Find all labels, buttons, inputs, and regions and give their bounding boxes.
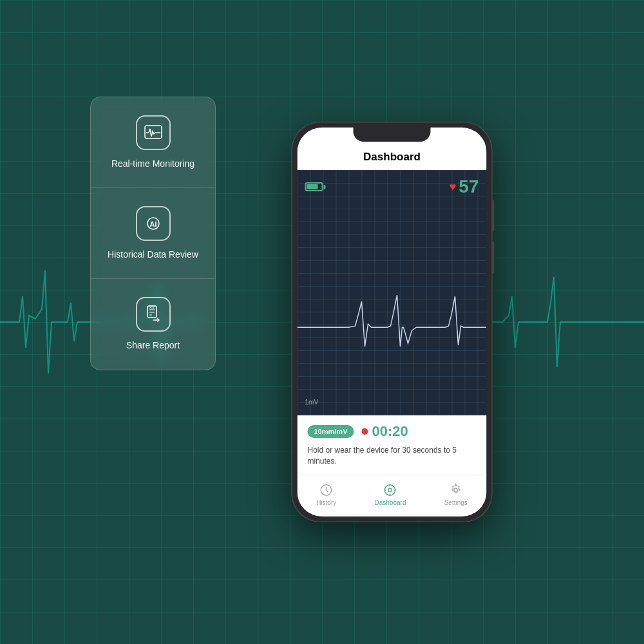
- nav-label-dashboard: Dashboard: [375, 499, 406, 506]
- bottom-navigation: History Dashboard: [298, 475, 487, 516]
- ecg-display-area: ♥ 57 1mV: [298, 170, 487, 415]
- nav-item-history[interactable]: History: [306, 480, 346, 509]
- recording-timer: 00:20: [372, 423, 408, 440]
- phone-button-right-1: [492, 200, 495, 232]
- feature-share-label: Share Report: [126, 339, 180, 351]
- ai-brain-icon: AI: [136, 206, 171, 241]
- pdf-share-icon: PDF: [136, 297, 171, 332]
- mm-badge: 10mm/mV: [308, 425, 354, 438]
- ecg-background-right: [477, 258, 644, 386]
- recording-indicator: 00:20: [361, 423, 408, 440]
- battery-body: [305, 182, 323, 191]
- battery-tip: [324, 185, 326, 189]
- svg-point-11: [388, 488, 392, 492]
- dashboard-icon: [383, 483, 397, 497]
- ecg-instruction: Hold or wear the device for 30 seconds t…: [308, 445, 477, 467]
- recording-dot: [361, 428, 368, 435]
- nav-label-history: History: [316, 499, 336, 506]
- svg-text:AI: AI: [149, 220, 156, 228]
- app-header: Dashboard: [298, 147, 487, 170]
- ecg-top-bar: ♥ 57: [305, 176, 479, 197]
- feature-realtime-label: Real-time Monitoring: [111, 158, 194, 169]
- heart-rate-value: 57: [459, 176, 478, 197]
- heartbeat-monitor-icon: [136, 115, 171, 150]
- ecg-waveform: [298, 269, 487, 388]
- notch: [354, 128, 431, 142]
- feature-historical-label: Historical Data Review: [108, 249, 198, 260]
- phone-screen: Dashboard ♥ 57: [298, 128, 487, 516]
- battery-indicator: [305, 182, 326, 191]
- phone-button-right-2: [492, 242, 495, 274]
- phone-body: Dashboard ♥ 57: [292, 122, 492, 522]
- settings-icon: [449, 483, 463, 497]
- app-title: Dashboard: [363, 151, 421, 163]
- svg-text:PDF: PDF: [149, 306, 155, 310]
- ecg-bottom-bar: 10mm/mV 00:20 Hold or wear the device fo…: [298, 415, 487, 475]
- battery-fill: [307, 184, 318, 189]
- feature-realtime-monitoring[interactable]: Real-time Monitoring: [91, 97, 215, 188]
- feature-share-report[interactable]: PDF Share Report: [91, 279, 215, 369]
- feature-panel: Real-time Monitoring AI Historical Data …: [90, 97, 216, 370]
- nav-label-settings: Settings: [444, 499, 468, 506]
- heart-icon: ♥: [450, 180, 457, 194]
- ecg-controls: 10mm/mV 00:20: [308, 423, 477, 440]
- notch-area: [298, 128, 487, 147]
- nav-item-dashboard[interactable]: Dashboard: [365, 480, 417, 509]
- phone-mockup: Dashboard ♥ 57: [292, 122, 492, 522]
- heart-rate-display: ♥ 57: [450, 176, 479, 197]
- history-icon: [319, 483, 334, 497]
- ecg-mv-label: 1mV: [305, 399, 319, 406]
- nav-item-settings[interactable]: Settings: [434, 480, 478, 509]
- feature-historical-review[interactable]: AI Historical Data Review: [91, 188, 215, 279]
